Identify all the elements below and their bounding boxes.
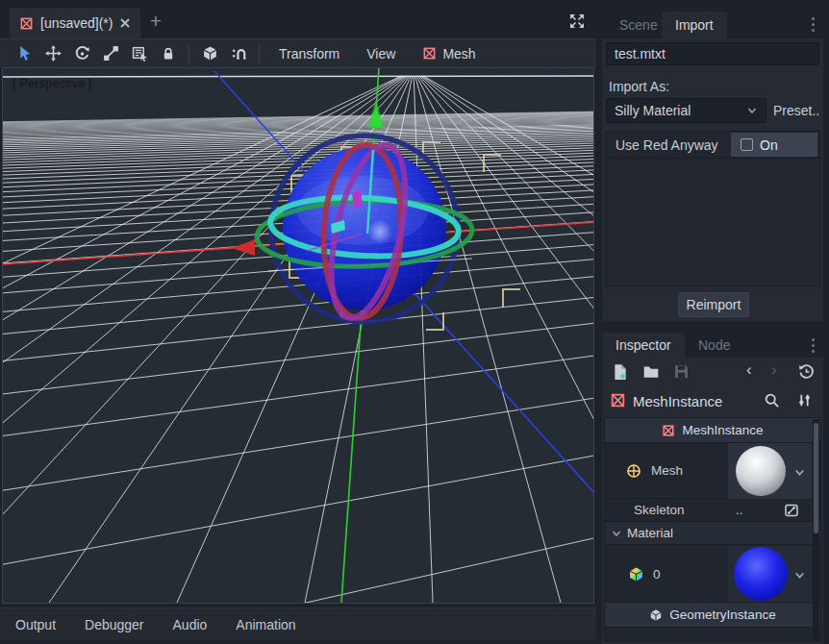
load-resource-button[interactable] [642, 364, 660, 380]
tab-debugger[interactable]: Debugger [85, 617, 144, 632]
search-icon [764, 392, 780, 409]
sphere-highlight [367, 219, 392, 244]
chevron-down-icon[interactable] [793, 569, 806, 582]
preset-button[interactable]: Preset.. [773, 103, 819, 118]
inspected-object-name: MeshInstance [633, 393, 722, 409]
new-scene-tab-button[interactable]: + [144, 10, 167, 33]
import-preset-dropdown[interactable]: Silly Material [606, 98, 766, 123]
viewport-perspective-label[interactable]: [ Perspective ] [13, 76, 91, 90]
category-mesh-instance: MeshInstance [605, 418, 820, 443]
inspector-scrollbar[interactable] [813, 419, 819, 642]
checkbox-icon[interactable] [741, 138, 753, 151]
object-history-button[interactable] [798, 363, 815, 380]
category-geometry-instance: GeometryInstance [605, 603, 820, 628]
skeleton-value[interactable]: .. [736, 503, 743, 517]
view-menu[interactable]: View [353, 46, 409, 62]
move-icon [45, 45, 62, 62]
import-dock: test.mtxt Import As: Silly Material Pres… [602, 38, 823, 321]
lock-tool-button[interactable] [154, 41, 183, 66]
reimport-button[interactable]: Reimport [678, 292, 749, 317]
material-0-thumbnail[interactable] [734, 547, 788, 601]
transform-menu[interactable]: Transform [265, 46, 353, 62]
chevron-down-icon[interactable] [793, 466, 806, 479]
mesh-menu-label: Mesh [442, 46, 475, 62]
dock-menu-icon[interactable] [808, 13, 817, 35]
grid-lines [3, 76, 593, 603]
transform-menu-label: Transform [279, 46, 339, 62]
new-resource-icon [612, 363, 629, 381]
search-properties-button[interactable] [764, 392, 780, 409]
scale-tool-button[interactable] [96, 41, 125, 66]
scene-tab[interactable]: [unsaved](*) [10, 8, 140, 38]
tab-import-dock[interactable]: Import [662, 12, 727, 38]
material-0-value-cell[interactable] [728, 546, 812, 602]
tab-output[interactable]: Output [15, 617, 56, 632]
scale-icon [103, 45, 119, 62]
category-label: GeometryInstance [669, 607, 775, 622]
spatial-material-icon [628, 566, 644, 582]
object-icon [610, 392, 626, 409]
expand-viewport-icon[interactable] [566, 11, 588, 32]
toolbar-separator [259, 45, 260, 62]
local-space-button[interactable] [195, 41, 224, 66]
mesh-value-cell[interactable] [728, 443, 812, 499]
rotate-icon [74, 45, 90, 62]
section-material[interactable]: Material [605, 522, 820, 545]
new-resource-button[interactable] [612, 363, 629, 381]
bottom-panel-tabs: Output Debugger Audio Animation [0, 607, 596, 640]
inspector-menu-icon[interactable] [808, 334, 817, 356]
close-icon[interactable] [119, 17, 131, 29]
snap-button[interactable] [224, 41, 253, 66]
list-select-tool-button[interactable] [125, 41, 154, 66]
scene-tab-label: [unsaved](*) [40, 15, 113, 31]
mesh-property-label: Mesh [651, 463, 683, 478]
param-value-cell[interactable]: On [731, 133, 817, 157]
scrollbar-handle[interactable] [814, 423, 818, 533]
inspector-tab-label: Inspector [615, 337, 671, 353]
import-filename-field[interactable]: test.mtxt [606, 42, 819, 65]
property-row-skeleton: Skeleton .. [605, 499, 820, 522]
tab-node[interactable]: Node [685, 333, 743, 358]
select-tool-button[interactable] [10, 41, 38, 66]
scene-tab-bar: [unsaved](*) + [0, 0, 596, 38]
chevron-down-icon [746, 105, 758, 116]
viewport-scene: [ Perspective ] [3, 68, 593, 603]
spatial-editor-toolbar: Transform View Mesh [0, 38, 596, 67]
tools-icon [796, 392, 813, 409]
material-0-label: 0 [653, 567, 661, 582]
save-resource-button[interactable] [673, 363, 690, 380]
import-as-label: Import As: [609, 79, 669, 94]
tab-inspector[interactable]: Inspector [602, 333, 685, 358]
mesh-menu[interactable]: Mesh [409, 46, 489, 62]
sphere-sheen [297, 176, 428, 245]
3d-viewport[interactable]: [ Perspective ] [2, 67, 594, 604]
mesh-instance-icon [662, 424, 675, 437]
history-forward-button[interactable]: › [771, 360, 777, 380]
mesh-instance-icon [19, 16, 34, 31]
param-label: Use Red Anyway [615, 137, 718, 153]
inspector-dock: ‹ › MeshInstance MeshInstance [602, 358, 823, 644]
inspector-property-list: MeshInstance Mesh Skeleton .. [604, 417, 821, 642]
material-section-label: Material [627, 526, 673, 540]
mesh-thumbnail[interactable] [736, 446, 786, 496]
import-preset-value: Silly Material [615, 103, 691, 118]
mesh-instance-icon [422, 46, 437, 61]
chevron-down-icon [611, 528, 622, 539]
folder-icon [642, 364, 660, 380]
move-tool-button[interactable] [38, 41, 67, 66]
history-back-button[interactable]: ‹ [746, 360, 752, 380]
cube-icon [202, 45, 218, 62]
snap-magnet-icon [231, 45, 247, 62]
rotate-tool-button[interactable] [67, 41, 96, 66]
mesh-instance-icon [610, 392, 626, 409]
tab-animation[interactable]: Animation [236, 617, 295, 632]
reimport-button-label: Reimport [687, 297, 741, 312]
x-axis-arrow [232, 239, 255, 256]
node-path-icon[interactable] [784, 503, 799, 518]
object-tools-button[interactable] [796, 392, 813, 409]
category-label: MeshInstance [682, 423, 763, 437]
skeleton-property-label: Skeleton [634, 503, 685, 517]
mesh-resource-icon [626, 463, 641, 479]
tab-audio[interactable]: Audio [173, 617, 208, 632]
property-row-mesh: Mesh [605, 443, 820, 499]
